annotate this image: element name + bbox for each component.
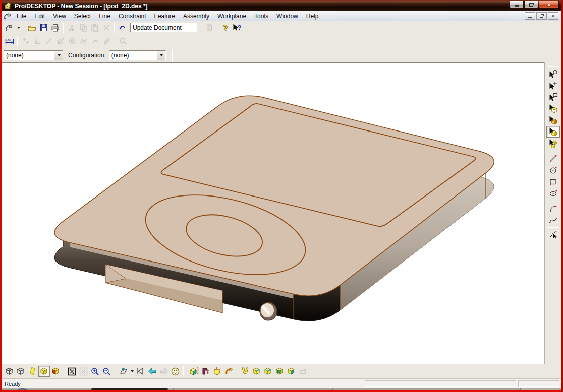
update-monitor-button[interactable] — [203, 22, 215, 33]
previous-view-button[interactable] — [135, 366, 146, 377]
paste-button[interactable] — [89, 22, 100, 33]
restore-icon — [540, 15, 543, 18]
select-workplanes-button[interactable] — [546, 91, 560, 103]
zoom-extents-button[interactable] — [66, 366, 78, 377]
inspect-button[interactable] — [117, 36, 129, 47]
delete-segment-button[interactable] — [546, 229, 560, 241]
view-workplane-dropdown[interactable] — [129, 366, 135, 377]
menu-feature[interactable]: Feature — [150, 12, 179, 21]
document-restore-button[interactable] — [536, 12, 547, 20]
design-canvas[interactable] — [2, 62, 544, 364]
context-help-button[interactable]: ? — [231, 22, 243, 33]
menu-tools[interactable]: Tools — [250, 12, 272, 21]
menu-constraint[interactable]: Constraint — [115, 12, 150, 21]
open-button[interactable] — [26, 22, 38, 33]
concentric-button[interactable] — [66, 36, 78, 47]
angle-button[interactable] — [89, 36, 101, 47]
document-minimize-button[interactable] — [525, 12, 535, 20]
shaded-button[interactable] — [38, 366, 50, 377]
help-button[interactable]: ? — [219, 22, 231, 33]
save-button[interactable] — [38, 22, 49, 33]
enhanced-shade-button[interactable] — [27, 366, 38, 377]
dropdown-button[interactable] — [157, 51, 165, 60]
menu-line[interactable]: Line — [95, 12, 115, 21]
revolve-icon — [213, 367, 222, 376]
select-constraints-button[interactable] — [546, 80, 560, 91]
spline-tool-button[interactable] — [546, 214, 560, 226]
taskbar-button[interactable] — [173, 388, 329, 391]
shade-facets-icon — [51, 367, 60, 376]
revolve-button[interactable] — [211, 366, 223, 377]
dimension-button[interactable]: xx — [4, 36, 15, 47]
chamfer-button[interactable] — [262, 366, 274, 377]
project-button[interactable] — [200, 366, 211, 377]
taskbar-button[interactable] — [332, 388, 517, 391]
draft-button[interactable] — [286, 366, 297, 377]
zoom-in-button[interactable] — [89, 366, 101, 377]
new-dropdown-button[interactable] — [15, 22, 22, 33]
menu-window[interactable]: Window — [272, 12, 302, 21]
menu-help[interactable]: Help — [302, 12, 323, 21]
select-materials-icon — [549, 116, 558, 125]
select-faces-button[interactable] — [546, 103, 560, 114]
taskbar-button[interactable] — [91, 388, 168, 391]
autoscale-button[interactable] — [170, 366, 181, 377]
dimension-icon: xx — [5, 37, 15, 45]
round-edges-button[interactable] — [251, 366, 262, 377]
document-close-button[interactable]: × — [548, 12, 558, 20]
loft-button[interactable] — [239, 366, 251, 377]
hidden-line-button[interactable] — [15, 366, 27, 377]
spline-tool-icon — [549, 216, 558, 225]
select-materials-button[interactable] — [546, 114, 560, 126]
shell-button[interactable] — [274, 366, 286, 377]
menu-edit[interactable]: Edit — [30, 12, 49, 21]
sweep-button[interactable] — [223, 366, 235, 377]
menu-file[interactable]: File — [13, 12, 30, 21]
select-parts-button[interactable] — [546, 126, 560, 138]
undo-button[interactable] — [117, 22, 128, 33]
update-document-input[interactable] — [130, 23, 197, 32]
zoom-selection-button[interactable] — [78, 366, 89, 377]
extrude-button[interactable] — [188, 366, 200, 377]
close-button[interactable]: × — [539, 1, 559, 9]
restore-button[interactable] — [524, 1, 538, 9]
context-help-icon: ? — [238, 24, 242, 31]
menu-assembly[interactable]: Assembly — [179, 12, 213, 21]
shade-facets-button[interactable] — [50, 366, 62, 377]
minimize-button[interactable] — [510, 1, 524, 9]
view-onto-workplane-button[interactable] — [117, 366, 129, 377]
round-edges-icon — [252, 367, 261, 376]
new-session-button[interactable] — [4, 22, 15, 33]
cut-button[interactable] — [66, 22, 77, 33]
rectangle-tool-button[interactable] — [546, 176, 560, 187]
fix-together-button[interactable] — [20, 36, 31, 47]
feature-extra-button[interactable] — [297, 366, 309, 377]
separator — [547, 151, 559, 151]
back-button[interactable] — [146, 366, 158, 377]
app-icon — [4, 2, 12, 10]
link-button[interactable] — [101, 36, 112, 47]
delete-button[interactable] — [100, 22, 112, 33]
dropdown-button[interactable] — [54, 51, 63, 60]
arc-tool-button[interactable] — [546, 203, 560, 214]
forward-button[interactable] — [158, 366, 170, 377]
select-lines-button[interactable] — [546, 68, 560, 80]
copy-button[interactable] — [77, 22, 89, 33]
tangent-button[interactable] — [54, 36, 66, 47]
equal-button[interactable] — [78, 36, 89, 47]
menu-workplane[interactable]: Workplane — [213, 12, 250, 21]
print-button[interactable] — [49, 22, 61, 33]
menu-view[interactable]: View — [49, 12, 70, 21]
select-features-button[interactable] — [546, 138, 560, 149]
browse-combobox[interactable]: (none) — [4, 50, 63, 60]
menu-select[interactable]: Select — [70, 12, 95, 21]
zoom-out-button[interactable] — [101, 366, 112, 377]
perpendicular-button[interactable] — [31, 36, 43, 47]
circle-tool-button[interactable] — [546, 164, 560, 176]
configuration-combobox[interactable]: (none) — [109, 50, 166, 60]
taskbar-tray[interactable] — [520, 388, 559, 391]
wireframe-button[interactable] — [4, 366, 15, 377]
line-tool-button[interactable] — [546, 153, 560, 164]
parallel-button[interactable] — [43, 36, 54, 47]
ellipse-tool-button[interactable] — [546, 187, 560, 199]
